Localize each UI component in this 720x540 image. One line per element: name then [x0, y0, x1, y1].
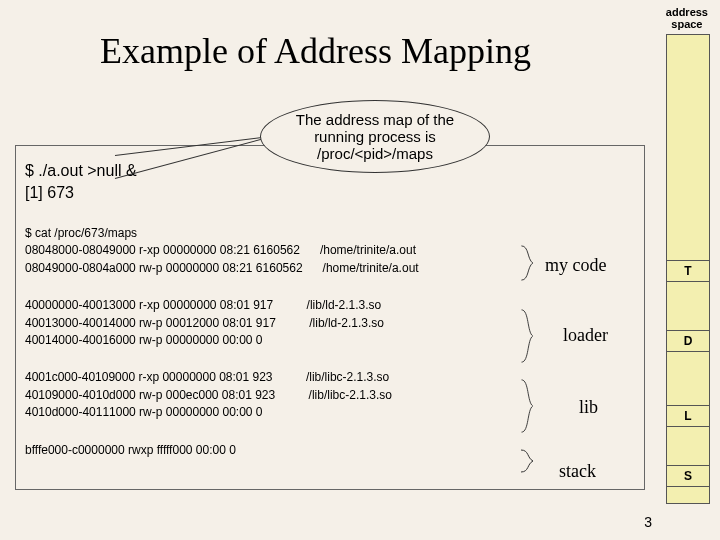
region-label-lib: lib	[579, 397, 598, 418]
address-space-column: T D L S	[666, 34, 710, 504]
brace-icon	[518, 308, 540, 364]
brace-icon	[518, 378, 540, 434]
maps-block-lib: 4001c000-40109000 r-xp 00000000 08:01 92…	[25, 369, 419, 421]
segment-data: D	[667, 330, 709, 352]
shell-prompt: $ ./a.out >null & [1] 673	[25, 160, 137, 205]
maps-line: 40013000-40014000 rw-p 00012000 08:01 91…	[25, 315, 419, 332]
prompt-line: [1] 673	[25, 182, 137, 204]
callout-line: /proc/<pid>/maps	[279, 145, 471, 162]
maps-block-cat: $ cat /proc/673/maps 08048000-08049000 r…	[25, 225, 419, 277]
segment-text: T	[667, 260, 709, 282]
maps-block-stack: bfffe000-c0000000 rwxp fffff000 00:00 0	[25, 442, 419, 459]
maps-output: $ cat /proc/673/maps 08048000-08049000 r…	[25, 225, 419, 479]
callout-line: The address map of the	[279, 111, 471, 128]
maps-line: 40014000-40016000 rw-p 00000000 00:00 0	[25, 332, 419, 349]
maps-line: 40109000-4010d000 rw-p 000ec000 08:01 92…	[25, 387, 419, 404]
brace-icon	[518, 244, 540, 282]
maps-line: bfffe000-c0000000 rwxp fffff000 00:00 0	[25, 442, 419, 459]
maps-line: 4010d000-40111000 rw-p 00000000 00:00 0	[25, 404, 419, 421]
maps-line: 4001c000-40109000 r-xp 00000000 08:01 92…	[25, 369, 419, 386]
aspace-label-line2: space	[671, 18, 702, 30]
region-label-loader: loader	[563, 325, 608, 346]
address-space-label: address space	[666, 6, 708, 30]
maps-line: 40000000-40013000 r-xp 00000000 08:01 91…	[25, 297, 419, 314]
brace-icon	[518, 448, 540, 474]
maps-line: 08048000-08049000 r-xp 00000000 08:21 61…	[25, 242, 419, 259]
maps-line: 08049000-0804a000 rw-p 00000000 08:21 61…	[25, 260, 419, 277]
callout-bubble: The address map of the running process i…	[260, 100, 490, 173]
segment-stack: S	[667, 465, 709, 487]
segment-lib: L	[667, 405, 709, 427]
region-label-stack: stack	[559, 461, 596, 482]
page-number: 3	[644, 514, 652, 530]
region-label-code: my code	[545, 255, 606, 276]
slide-title: Example of Address Mapping	[100, 30, 531, 72]
aspace-label-line1: address	[666, 6, 708, 18]
callout-line: running process is	[279, 128, 471, 145]
maps-line: $ cat /proc/673/maps	[25, 225, 419, 242]
maps-block-loader: 40000000-40013000 r-xp 00000000 08:01 91…	[25, 297, 419, 349]
prompt-line: $ ./a.out >null &	[25, 160, 137, 182]
